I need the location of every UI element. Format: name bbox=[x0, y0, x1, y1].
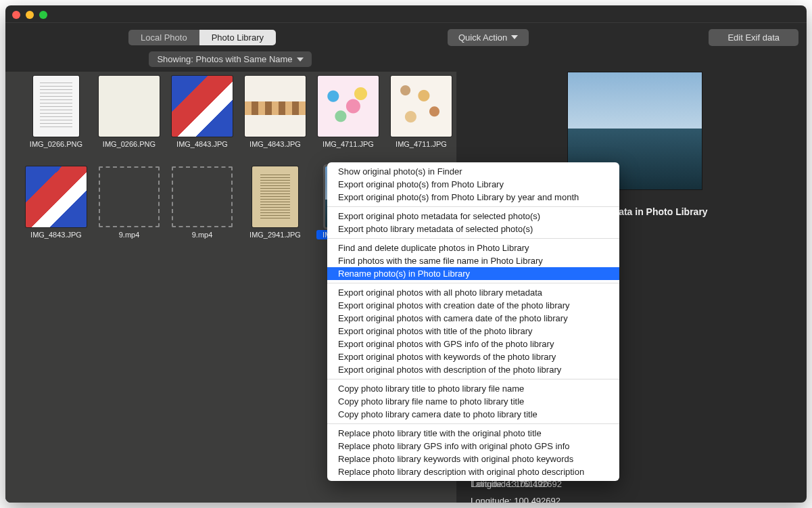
context-menu-item[interactable]: Replace photo library GPS info with orig… bbox=[327, 440, 619, 453]
thumbnail-label: IMG_2941.JPG bbox=[243, 230, 307, 239]
thumbnail-label: IMG_4843.JPG bbox=[24, 230, 88, 239]
thumbnail-label: 9.mp4 bbox=[97, 230, 161, 239]
context-menu-item[interactable]: Replace photo library description with o… bbox=[327, 465, 619, 478]
thumbnail[interactable]: IMG_4843.JPG bbox=[24, 166, 88, 239]
context-menu-item[interactable]: Find photos with the same file name in P… bbox=[327, 254, 619, 267]
menu-separator bbox=[327, 206, 619, 207]
context-menu-item[interactable]: Export original photos with keywords of … bbox=[327, 350, 619, 363]
thumbnail[interactable]: 9.mp4 bbox=[97, 166, 161, 239]
app-window: Local Photo Photo Library Quick Action E… bbox=[5, 5, 807, 503]
menu-separator bbox=[327, 238, 619, 239]
thumbnail[interactable]: IMG_0266.PNG bbox=[97, 76, 161, 149]
context-menu-item[interactable]: Export original photos with all photo li… bbox=[327, 286, 619, 299]
thumbnail-label: 9.mp4 bbox=[170, 230, 234, 239]
thumbnail-image[interactable] bbox=[33, 76, 79, 137]
thumbnail[interactable]: IMG_4843.JPG bbox=[170, 76, 234, 149]
context-menu-item[interactable]: Export original photo(s) from Photo Libr… bbox=[327, 178, 619, 191]
context-menu-item[interactable]: Export original photo metadata for selec… bbox=[327, 210, 619, 223]
thumbnail-image[interactable] bbox=[99, 76, 160, 137]
tab-photo-library[interactable]: Photo Library bbox=[199, 30, 276, 45]
filterbar: Showing: Photos with Same Name bbox=[5, 51, 807, 72]
thumbnail-image[interactable] bbox=[172, 166, 233, 227]
context-menu-item[interactable]: Copy photo library file name to photo li… bbox=[327, 395, 619, 408]
edit-exif-button[interactable]: Edit Exif data bbox=[709, 29, 798, 46]
context-menu-item[interactable]: Export original photos with GPS info of … bbox=[327, 338, 619, 350]
zoom-icon[interactable] bbox=[39, 11, 47, 19]
toolbar: Local Photo Photo Library Quick Action E… bbox=[5, 23, 807, 51]
menu-separator bbox=[327, 283, 619, 283]
thumbnail-image[interactable] bbox=[318, 76, 379, 137]
context-menu-item[interactable]: Copy photo library title to photo librar… bbox=[327, 382, 619, 395]
menu-separator bbox=[327, 379, 619, 379]
thumbnail[interactable]: IMG_4711.JPG bbox=[389, 76, 453, 149]
context-menu-item[interactable]: Copy photo library camera date to photo … bbox=[327, 408, 619, 421]
thumbnail[interactable]: IMG_4843.JPG bbox=[243, 76, 307, 149]
context-menu-item[interactable]: Replace photo library keywords with orig… bbox=[327, 453, 619, 465]
context-menu-item[interactable]: Export photo library metadata of selecte… bbox=[327, 223, 619, 235]
window-controls bbox=[12, 11, 47, 19]
context-menu-item[interactable]: Export original photos with title of the… bbox=[327, 325, 619, 338]
thumbnail-label: IMG_4843.JPG bbox=[243, 139, 307, 149]
thumbnail-label: IMG_4711.JPG bbox=[316, 139, 380, 149]
context-menu-item[interactable]: Export original photo(s) from Photo Libr… bbox=[327, 191, 619, 204]
thumbnail-image[interactable] bbox=[252, 166, 298, 227]
menu-separator bbox=[327, 423, 619, 424]
caret-down-icon bbox=[511, 35, 518, 39]
titlebar[interactable] bbox=[5, 5, 807, 23]
thumbnail-label: IMG_0266.PNG bbox=[97, 139, 161, 149]
thumbnail-image[interactable] bbox=[172, 76, 233, 137]
context-menu-item[interactable]: Show original photo(s) in Finder bbox=[327, 165, 619, 178]
context-menu-item[interactable]: Export original photos with creation dat… bbox=[327, 299, 619, 312]
tab-local-photo[interactable]: Local Photo bbox=[128, 30, 199, 45]
extra-coords: Latitude: 13.751120Longitude: 100.492692 bbox=[471, 479, 560, 503]
thumbnail-image[interactable] bbox=[245, 76, 306, 137]
context-menu-item[interactable]: Export original photos with camera date … bbox=[327, 312, 619, 325]
source-segment: Local Photo Photo Library bbox=[128, 30, 276, 45]
filter-label: Showing: Photos with Same Name bbox=[157, 54, 292, 64]
context-menu[interactable]: Show original photo(s) in FinderExport o… bbox=[327, 162, 619, 481]
thumbnail-label: IMG_4711.JPG bbox=[389, 139, 453, 149]
thumbnail-image[interactable] bbox=[26, 166, 87, 227]
metadata-row: Longitude: 100.492692 bbox=[471, 496, 560, 503]
thumbnail[interactable]: 9.mp4 bbox=[170, 166, 234, 239]
context-menu-item[interactable]: Find and delete duplicate photos in Phot… bbox=[327, 241, 619, 254]
context-menu-item[interactable]: Rename photo(s) in Photo Library bbox=[327, 267, 619, 280]
thumbnail-image[interactable] bbox=[99, 166, 160, 227]
chevron-down-icon bbox=[297, 57, 304, 62]
thumbnail-label: IMG_4843.JPG bbox=[170, 139, 234, 149]
thumbnail[interactable]: IMG_0266.PNG bbox=[24, 76, 88, 149]
context-menu-item[interactable]: Replace photo library title with the ori… bbox=[327, 427, 619, 440]
thumbnail[interactable]: IMG_2941.JPG bbox=[243, 166, 307, 239]
context-menu-item[interactable]: Export original photos with description … bbox=[327, 363, 619, 376]
quick-action-button[interactable]: Quick Action bbox=[448, 29, 529, 46]
minimize-icon[interactable] bbox=[26, 11, 34, 19]
filter-dropdown[interactable]: Showing: Photos with Same Name bbox=[149, 51, 311, 67]
close-icon[interactable] bbox=[12, 11, 20, 19]
quick-action-label: Quick Action bbox=[458, 32, 507, 43]
thumbnail[interactable]: IMG_4711.JPG bbox=[316, 76, 380, 149]
thumbnail-label: IMG_0266.PNG bbox=[24, 139, 88, 149]
thumbnail-image[interactable] bbox=[391, 76, 452, 137]
